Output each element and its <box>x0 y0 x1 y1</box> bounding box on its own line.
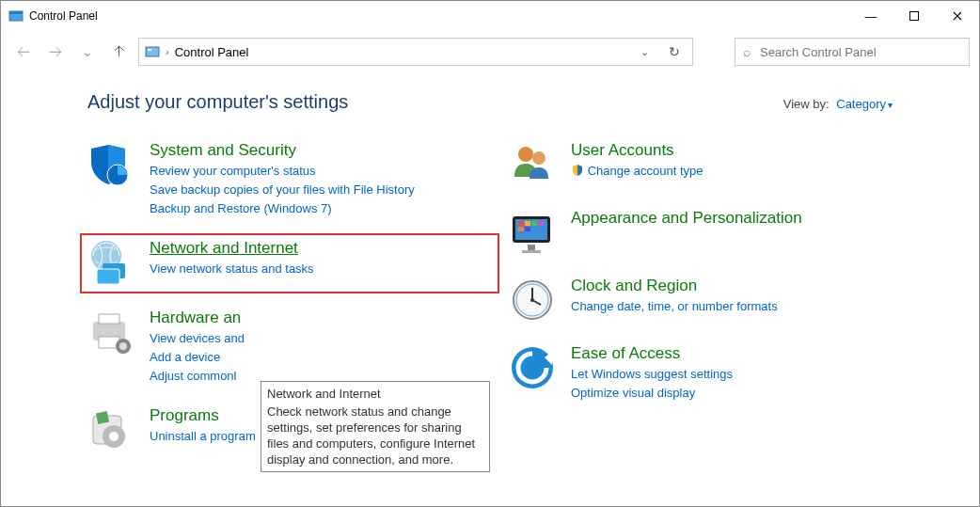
programs-icon <box>87 406 134 453</box>
link-view-devices[interactable]: View devices and <box>150 329 245 348</box>
link-adjust-mobility[interactable]: Adjust commonl <box>150 367 245 386</box>
up-button[interactable]: 🡡 <box>106 39 133 65</box>
svg-point-16 <box>109 432 119 441</box>
highlight-box: Network and Internet View network status… <box>80 233 499 293</box>
ease-of-access-icon <box>509 344 556 391</box>
link-windows-suggest[interactable]: Let Windows suggest settings <box>571 365 733 384</box>
svg-rect-3 <box>146 47 159 56</box>
users-icon <box>509 141 556 188</box>
forward-button[interactable]: 🡢 <box>42 39 69 65</box>
maximize-button[interactable] <box>893 1 936 31</box>
svg-rect-28 <box>528 245 535 250</box>
category-appearance[interactable]: Appearance and Personalization <box>571 209 802 228</box>
view-by-dropdown[interactable]: Category▾ <box>836 97 893 111</box>
printer-icon <box>87 309 134 356</box>
link-change-date-time[interactable]: Change date, time, or number formats <box>571 297 778 316</box>
svg-rect-2 <box>910 12 919 21</box>
svg-point-19 <box>532 151 545 165</box>
link-review-status[interactable]: Review your computer's status <box>150 162 415 181</box>
minimize-button[interactable]: ― <box>849 1 893 31</box>
category-programs[interactable]: Programs <box>150 406 256 425</box>
category-clock-region[interactable]: Clock and Region <box>571 277 778 295</box>
svg-point-34 <box>530 298 534 302</box>
svg-rect-26 <box>518 227 524 231</box>
search-icon: ⌕ <box>743 44 751 59</box>
back-button[interactable]: 🡠 <box>10 39 37 65</box>
svg-rect-10 <box>99 314 119 324</box>
link-uninstall[interactable]: Uninstall a program <box>150 427 256 446</box>
tooltip: Network and Internet Check network statu… <box>261 381 490 472</box>
svg-point-18 <box>518 147 533 162</box>
window-title: Control Panel <box>29 9 849 23</box>
address-bar[interactable]: › Control Panel ⌄ ↻ <box>138 38 693 66</box>
tooltip-body: Check network status and change settings… <box>267 404 483 467</box>
svg-rect-22 <box>518 221 524 226</box>
category-network-internet[interactable]: Network and Internet <box>150 239 314 258</box>
search-input[interactable] <box>758 44 961 60</box>
address-text: Control Panel <box>175 45 626 59</box>
link-file-history[interactable]: Save backup copies of your files with Fi… <box>150 181 415 199</box>
link-backup-restore[interactable]: Backup and Restore (Windows 7) <box>150 199 415 218</box>
svg-rect-29 <box>522 250 541 253</box>
svg-point-13 <box>119 342 127 350</box>
category-user-accounts[interactable]: User Accounts <box>571 141 703 160</box>
page-title: Adjust your computer's settings <box>87 91 348 113</box>
svg-rect-27 <box>525 227 530 231</box>
view-by: View by: Category▾ <box>783 97 893 111</box>
refresh-button[interactable]: ↻ <box>662 44 687 59</box>
address-separator: › <box>166 46 169 57</box>
address-dropdown[interactable]: ⌄ <box>632 46 656 58</box>
svg-rect-23 <box>525 221 530 226</box>
close-button[interactable] <box>936 1 979 31</box>
app-icon <box>8 8 24 24</box>
clock-icon <box>509 277 556 324</box>
category-hardware-sound[interactable]: Hardware an <box>150 309 245 327</box>
svg-rect-4 <box>148 49 151 51</box>
category-ease-of-access[interactable]: Ease of Access <box>571 344 733 363</box>
search-box[interactable]: ⌕ <box>735 38 970 66</box>
link-change-account-type[interactable]: Change account type <box>571 162 703 181</box>
link-optimize-display[interactable]: Optimize visual display <box>571 384 733 403</box>
svg-rect-25 <box>538 221 544 226</box>
svg-rect-8 <box>97 269 119 284</box>
globe-icon <box>87 239 134 286</box>
monitor-icon <box>509 209 556 256</box>
control-panel-icon <box>145 44 160 59</box>
svg-rect-17 <box>96 411 109 424</box>
recent-dropdown[interactable]: ⌄ <box>74 39 101 65</box>
shield-icon <box>87 141 134 188</box>
svg-rect-24 <box>531 221 537 226</box>
view-by-label: View by: <box>783 97 830 111</box>
category-system-security[interactable]: System and Security <box>150 141 415 160</box>
tooltip-title: Network and Internet <box>267 386 483 402</box>
svg-rect-1 <box>9 11 23 14</box>
link-network-status[interactable]: View network status and tasks <box>150 260 314 278</box>
link-add-device[interactable]: Add a device <box>150 348 245 367</box>
